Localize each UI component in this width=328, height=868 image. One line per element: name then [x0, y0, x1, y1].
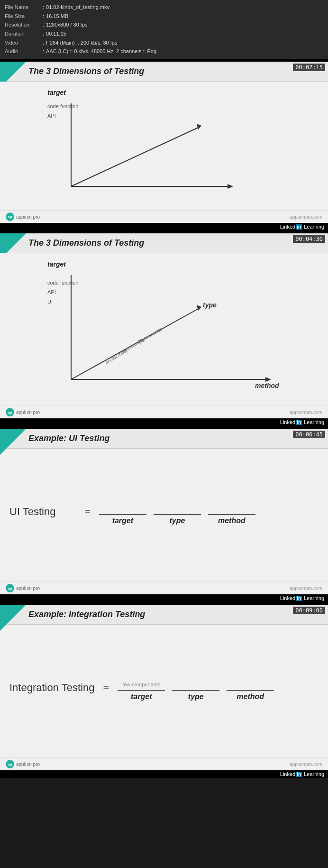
video-label: Video: [5, 38, 43, 47]
slide-title-3: Example: UI Testing: [28, 434, 321, 443]
eq-term-label-type-4: type: [188, 693, 204, 701]
eq-term-target-3: target: [99, 506, 146, 525]
appium-logo-3: ap appium pro: [6, 584, 40, 592]
linkedin-text-after-4: Learning: [302, 771, 324, 777]
linkedin-bar-3: Linkedin Learning: [0, 594, 328, 602]
linkedin-text-before-3: Linked: [280, 595, 295, 601]
linkedin-text-after-1: Learning: [302, 224, 324, 230]
appium-text-2: appium pro: [16, 410, 40, 415]
graph-inner-2: code function API UI method type: [9, 270, 319, 398]
appium-text-3: appium pro: [16, 586, 40, 591]
eq-label-4: Integration Testing: [9, 682, 94, 694]
eq-equals-4: =: [103, 682, 109, 694]
video-separator: :: [43, 38, 46, 47]
eq-terms-3: target type method: [99, 506, 255, 525]
slide-title-2: The 3 Dimensions of Testing: [28, 238, 321, 248]
appium-logo-1: ap appium pro: [6, 212, 40, 221]
equation-row-3: UI Testing = target type: [9, 506, 319, 525]
linkedin-bar-2: Linkedin Learning: [0, 418, 328, 426]
graph-area-1: target code function API: [0, 82, 328, 210]
slide-header-2: The 3 Dimensions of Testing: [0, 233, 328, 253]
domain-2: appiumpro.com: [290, 410, 322, 415]
slide-title-4: Example: Integration Testing: [28, 609, 321, 619]
appium-logo-icon-1: ap: [6, 212, 14, 221]
example-content-3: UI Testing = target type: [0, 449, 328, 582]
eq-term-line-method-4: [227, 690, 274, 691]
equation-row-4: Integration Testing = few components tar…: [9, 682, 319, 701]
eq-term-line-method-3: [208, 514, 255, 515]
slide-footer-2: ap appium pro appiumpro.com: [0, 406, 328, 418]
filename-value: 01.02-kinds_of_testing.mkv: [46, 3, 158, 12]
audio-label: Audio: [5, 47, 43, 56]
eq-term-label-method-3: method: [218, 517, 246, 525]
svg-line-3: [71, 127, 199, 186]
appium-logo-icon-4: ap: [6, 760, 14, 768]
timestamp-1: 00:02:15: [293, 64, 325, 71]
appium-logo-4: ap appium pro: [6, 760, 40, 768]
linkedin-text-after-2: Learning: [302, 419, 324, 425]
target-label-2: target: [47, 260, 319, 268]
slide-content-1: The 3 Dimensions of Testing target code …: [0, 62, 328, 223]
appium-logo-icon-2: ap: [6, 408, 14, 416]
linkedin-text-before-2: Linked: [280, 419, 295, 425]
eq-term-label-target-3: target: [112, 517, 133, 525]
svg-marker-2: [228, 184, 233, 189]
eq-term-type-4: type: [172, 682, 219, 701]
eq-terms-4: few components target type method: [118, 682, 274, 701]
video-value: H264 (Main) :: 200 kb/s, 30 fps: [46, 38, 158, 47]
appium-logo-2: ap appium pro: [6, 408, 40, 416]
slide-footer-4: ap appium pro appiumpro.com: [0, 757, 328, 770]
eq-term-label-target-4: target: [131, 693, 152, 701]
resolution-label: Resolution: [5, 20, 43, 29]
duration-value: 00:11:15: [46, 29, 158, 38]
linkedin-text-after-3: Learning: [302, 595, 324, 601]
svg-marker-10: [197, 305, 201, 311]
filename-label: File Name: [5, 3, 43, 12]
linkedin-in-1: in: [296, 224, 302, 230]
filename-separator: :: [43, 3, 46, 12]
svg-marker-7: [265, 377, 271, 382]
appium-logo-icon-3: ap: [6, 584, 14, 592]
frame-3: 00:06:45 Example: UI Testing UI Testing …: [0, 429, 328, 602]
slide-footer-1: ap appium pro appiumpro.com: [0, 210, 328, 223]
linkedin-bar-1: Linkedin Learning: [0, 223, 328, 231]
linkedin-in-2: in: [296, 420, 302, 425]
timestamp-2: 00:04:30: [293, 235, 325, 243]
svg-marker-4: [197, 124, 201, 129]
eq-term-line-type-4: [172, 690, 219, 691]
timestamp-4: 00:09:00: [293, 607, 325, 614]
eq-term-method-4: method: [227, 682, 274, 701]
frame-1: 00:02:15 The 3 Dimensions of Testing tar…: [0, 62, 328, 231]
eq-term-value-target-4: few components: [122, 682, 160, 689]
frame-4: 00:09:00 Example: Integration Testing In…: [0, 605, 328, 778]
domain-4: appiumpro.com: [290, 762, 322, 767]
appium-text-1: appium pro: [16, 214, 40, 220]
filesize-value: 16.15 MB: [46, 12, 158, 21]
eq-term-line-target-4: [118, 690, 165, 691]
eq-term-label-type-3: type: [169, 517, 185, 525]
slide-content-4: Example: Integration Testing Integration…: [0, 605, 328, 770]
eq-equals-3: =: [84, 506, 91, 518]
eq-term-method-3: method: [208, 506, 255, 525]
target-label-1: target: [47, 89, 319, 96]
graph-inner-1: code function API: [9, 99, 319, 203]
graph-area-2: target code function API UI method: [0, 253, 328, 406]
slide-content-2: The 3 Dimensions of Testing target code …: [0, 233, 328, 418]
appium-text-4: appium pro: [16, 762, 40, 767]
slide-header-3: Example: UI Testing: [0, 429, 328, 449]
audio-separator: :: [43, 47, 46, 56]
eq-term-label-method-4: method: [237, 693, 264, 701]
graph-svg-1: [38, 99, 242, 203]
filesize-label: File Size: [5, 12, 43, 21]
linkedin-in-4: in: [296, 772, 302, 777]
duration-label: Duration: [5, 29, 43, 38]
linkedin-text-before-4: Linked: [280, 771, 295, 777]
resolution-separator: :: [43, 20, 46, 29]
graph-svg-2: method type performance functionality ac…: [38, 270, 289, 398]
filesize-separator: :: [43, 12, 46, 21]
slide-footer-3: ap appium pro appiumpro.com: [0, 582, 328, 594]
slide-header-1: The 3 Dimensions of Testing: [0, 62, 328, 82]
audio-value: AAC (LC) :: 0 kb/s, 48000 Hz, 2 channels…: [46, 47, 158, 56]
eq-term-line-target-3: [99, 514, 146, 515]
duration-separator: :: [43, 29, 46, 38]
